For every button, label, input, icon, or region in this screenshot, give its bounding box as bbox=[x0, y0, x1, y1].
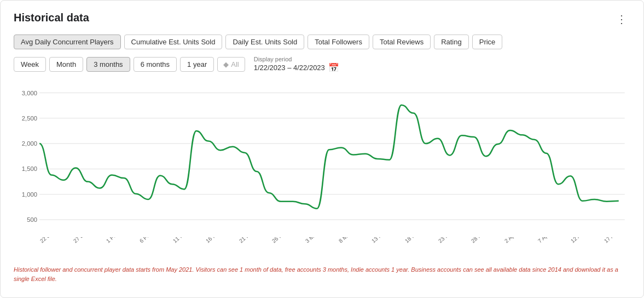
x-label: 23 Mar 2023 bbox=[437, 237, 462, 244]
calendar-icon[interactable]: 📅 bbox=[328, 62, 339, 73]
x-label: 16 Feb 2023 bbox=[205, 237, 229, 244]
x-label: 3 Mar 2023 bbox=[304, 237, 329, 244]
display-period-block: Display period 1/22/2023 – 4/22/2023 📅 bbox=[254, 56, 339, 73]
display-period-value: 1/22/2023 – 4/22/2023 📅 bbox=[254, 62, 339, 73]
svg-text:500: 500 bbox=[27, 216, 37, 223]
x-label: 21 Feb 2023 bbox=[238, 237, 263, 244]
display-period-label: Display period bbox=[254, 56, 339, 62]
all-period-button[interactable]: ◆All bbox=[217, 57, 245, 72]
metric-tab-0[interactable]: Avg Daily Concurrent Players bbox=[14, 35, 121, 49]
x-label: 1 Feb 2023 bbox=[105, 237, 130, 244]
period-btn-0[interactable]: Week bbox=[14, 57, 46, 72]
metric-tab-4[interactable]: Total Reviews bbox=[373, 35, 431, 49]
x-label: 17 Apr 2023 bbox=[603, 237, 628, 244]
x-label: 18 Mar 2023 bbox=[404, 237, 428, 244]
card-header: Historical data ⋮ bbox=[14, 12, 630, 27]
historical-data-card: Historical data ⋮ Avg Daily Concurrent P… bbox=[0, 0, 644, 298]
x-label: 22 Jan 2023 bbox=[39, 237, 63, 244]
svg-text:1,500: 1,500 bbox=[22, 166, 37, 173]
x-label: 13 Mar 2023 bbox=[370, 237, 395, 244]
svg-text:2,500: 2,500 bbox=[22, 115, 37, 122]
metric-tab-2[interactable]: Daily Est. Units Sold bbox=[225, 35, 304, 49]
metric-tab-6[interactable]: Price bbox=[472, 35, 503, 49]
period-row: WeekMonth3 months6 months1 year◆All Disp… bbox=[14, 56, 630, 73]
more-options-icon[interactable]: ⋮ bbox=[613, 12, 630, 27]
period-btn-1[interactable]: Month bbox=[49, 57, 83, 72]
x-label: 26 Feb 2023 bbox=[271, 237, 295, 244]
metric-tabs: Avg Daily Concurrent PlayersCumulative E… bbox=[14, 35, 630, 49]
svg-text:1,000: 1,000 bbox=[22, 191, 37, 198]
x-label: 27 Jan 2023 bbox=[72, 237, 97, 244]
svg-text:3,000: 3,000 bbox=[22, 90, 37, 96]
svg-text:2,000: 2,000 bbox=[22, 140, 37, 147]
metric-tab-1[interactable]: Cumulative Est. Units Sold bbox=[124, 35, 223, 49]
x-label: 12 Apr 2023 bbox=[570, 237, 594, 244]
metric-tab-3[interactable]: Total Followers bbox=[308, 35, 369, 49]
display-period-text: 1/22/2023 – 4/22/2023 bbox=[254, 64, 325, 72]
period-btn-4[interactable]: 1 year bbox=[180, 57, 214, 72]
x-label: 28 Mar 2023 bbox=[470, 237, 495, 244]
page-title: Historical data bbox=[14, 12, 89, 24]
x-label: 6 Feb 2023 bbox=[138, 237, 163, 244]
diamond-icon: ◆ bbox=[223, 60, 229, 68]
x-label: 11 Feb 2023 bbox=[172, 237, 196, 244]
x-label: 7 Apr 2023 bbox=[537, 237, 561, 244]
footnote-text: Historical follower and concurrent playe… bbox=[14, 265, 630, 283]
period-btn-2[interactable]: 3 months bbox=[86, 57, 130, 72]
x-label: 2 Apr 2023 bbox=[503, 237, 528, 244]
chart-area: 5001,0001,5002,0002,5003,000 bbox=[14, 77, 630, 236]
metric-tab-5[interactable]: Rating bbox=[434, 35, 469, 49]
period-btn-3[interactable]: 6 months bbox=[134, 57, 177, 72]
x-label: 8 Mar 2023 bbox=[338, 237, 362, 244]
